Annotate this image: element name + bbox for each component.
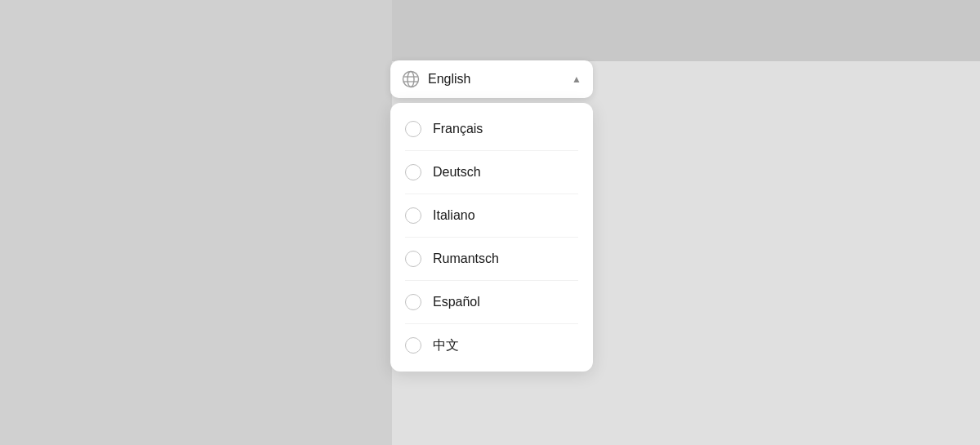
selected-language-label: English (428, 72, 564, 87)
radio-espanol (405, 294, 421, 310)
language-option-rumantsch[interactable]: Rumantsch (390, 238, 593, 280)
language-option-chinese[interactable]: 中文 (390, 324, 593, 367)
svg-point-1 (408, 72, 414, 87)
radio-deutsch (405, 164, 421, 180)
radio-francais (405, 121, 421, 137)
background-right-top (392, 0, 980, 61)
language-option-italiano[interactable]: Italiano (390, 194, 593, 237)
language-label-deutsch: Deutsch (433, 165, 481, 180)
language-dropdown-container: English ▲ Français Deutsch Italiano Ruma… (390, 60, 593, 372)
language-options-list: Français Deutsch Italiano Rumantsch Espa… (390, 103, 593, 372)
language-option-deutsch[interactable]: Deutsch (390, 151, 593, 194)
language-label-chinese: 中文 (433, 337, 459, 354)
radio-italiano (405, 207, 421, 224)
background-left (0, 0, 392, 445)
chevron-up-icon: ▲ (572, 73, 581, 85)
globe-icon (402, 70, 420, 88)
language-label-italiano: Italiano (433, 208, 475, 223)
radio-rumantsch (405, 251, 421, 267)
radio-chinese (405, 337, 421, 354)
dropdown-trigger[interactable]: English ▲ (390, 60, 593, 98)
language-label-rumantsch: Rumantsch (433, 251, 499, 266)
language-option-espanol[interactable]: Español (390, 281, 593, 323)
language-option-francais[interactable]: Français (390, 108, 593, 150)
language-label-francais: Français (433, 122, 483, 136)
language-label-espanol: Español (433, 295, 480, 309)
svg-point-0 (403, 72, 419, 87)
